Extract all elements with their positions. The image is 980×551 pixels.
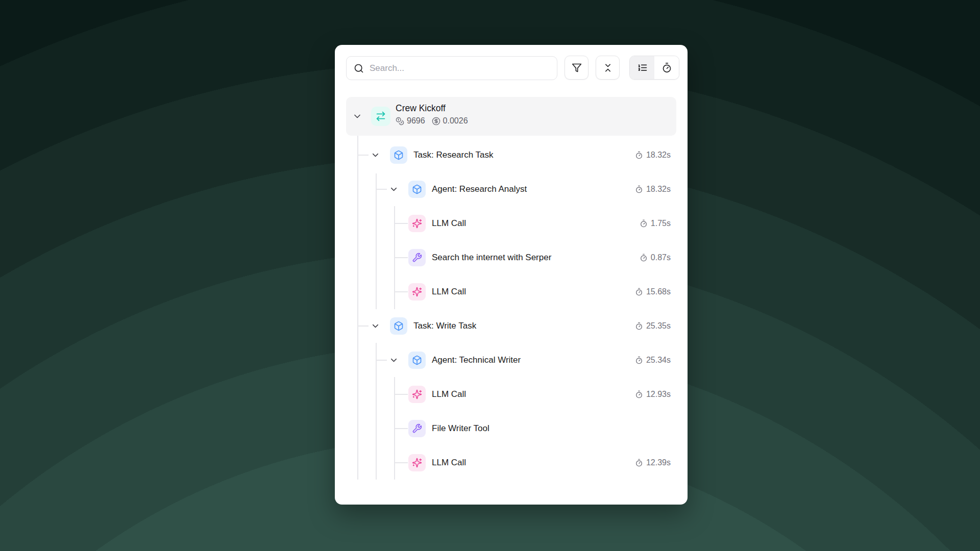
span-label: Agent: Research Analyst xyxy=(432,184,527,194)
stopwatch-icon xyxy=(635,151,643,159)
stopwatch-icon xyxy=(640,219,648,228)
span-duration: 1.75s xyxy=(640,219,671,228)
span-label: Task: Write Task xyxy=(413,321,476,331)
span-row-file-writer-tool[interactable]: File Writer Tool xyxy=(346,412,676,445)
stopwatch-icon xyxy=(635,390,643,398)
span-row-llm-call[interactable]: LLM Call 12.39s xyxy=(346,446,676,480)
cube-icon xyxy=(408,352,426,369)
span-duration: 0.87s xyxy=(640,253,671,262)
sparkles-icon xyxy=(408,386,426,403)
span-label: LLM Call xyxy=(432,458,466,468)
chevron-down-icon[interactable] xyxy=(389,185,399,194)
span-row-serper-tool[interactable]: Search the internet with Serper 0.87s xyxy=(346,241,676,274)
duration-value: 0.87s xyxy=(651,253,671,262)
duration-value: 15.68s xyxy=(646,287,671,296)
trace-panel: Crew Kickoff 9696 0.0026 xyxy=(335,45,688,505)
cube-icon xyxy=(408,181,426,198)
wrench-icon xyxy=(408,249,426,266)
span-label: LLM Call xyxy=(432,389,466,399)
span-row-agent-writer[interactable]: Agent: Technical Writer 25.34s xyxy=(346,343,676,377)
span-duration: 12.93s xyxy=(635,390,671,399)
duration-value: 12.93s xyxy=(646,390,671,399)
span-label: Task: Research Task xyxy=(413,150,494,160)
span-row-task-write[interactable]: Task: Write Task 25.35s xyxy=(346,309,676,343)
span-duration: 15.68s xyxy=(635,287,671,296)
span-row-llm-call[interactable]: LLM Call 1.75s xyxy=(346,207,676,240)
stopwatch-icon xyxy=(635,459,643,467)
span-label: Search the internet with Serper xyxy=(432,253,551,263)
duration-value: 12.39s xyxy=(646,458,671,467)
span-duration: 12.39s xyxy=(635,458,671,467)
cube-icon xyxy=(390,146,407,164)
duration-value: 25.35s xyxy=(646,321,671,331)
span-row-llm-call[interactable]: LLM Call 12.93s xyxy=(346,378,676,411)
span-row-task-research[interactable]: Task: Research Task 18.32s xyxy=(346,138,676,172)
span-duration: 18.32s xyxy=(635,185,671,194)
sparkles-icon xyxy=(408,215,426,232)
chevron-down-icon[interactable] xyxy=(389,356,399,365)
duration-value: 18.32s xyxy=(646,151,671,160)
span-label: File Writer Tool xyxy=(432,423,489,434)
span-row-llm-call[interactable]: LLM Call 15.68s xyxy=(346,275,676,309)
span-tree: Task: Research Task 18.32s Agent: Resear… xyxy=(335,45,688,505)
stopwatch-icon xyxy=(635,288,643,296)
cube-icon xyxy=(390,317,407,335)
wrench-icon xyxy=(408,420,426,437)
span-label: Agent: Technical Writer xyxy=(432,355,521,365)
stopwatch-icon xyxy=(635,185,643,193)
duration-value: 25.34s xyxy=(646,356,671,365)
span-duration: 18.32s xyxy=(635,151,671,160)
span-label: LLM Call xyxy=(432,287,466,297)
sparkles-icon xyxy=(408,283,426,300)
stopwatch-icon xyxy=(635,322,643,330)
duration-value: 1.75s xyxy=(651,219,671,228)
stopwatch-icon xyxy=(640,254,648,262)
span-duration: 25.35s xyxy=(635,321,671,331)
stopwatch-icon xyxy=(635,356,643,364)
duration-value: 18.32s xyxy=(646,185,671,194)
span-label: LLM Call xyxy=(432,218,466,229)
sparkles-icon xyxy=(408,454,426,471)
span-duration: 25.34s xyxy=(635,356,671,365)
chevron-down-icon[interactable] xyxy=(371,151,380,160)
span-row-agent-research[interactable]: Agent: Research Analyst 18.32s xyxy=(346,172,676,206)
chevron-down-icon[interactable] xyxy=(371,321,380,331)
